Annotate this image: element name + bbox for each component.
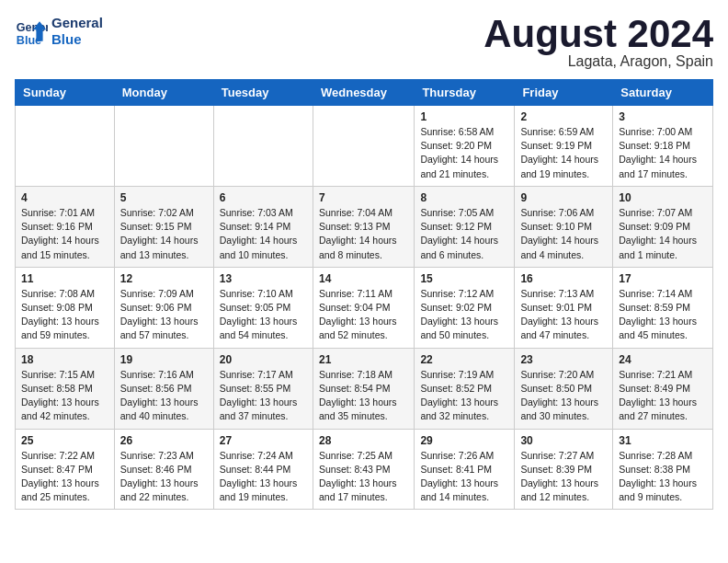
weekday-header-row: SundayMondayTuesdayWednesdayThursdayFrid…: [16, 80, 713, 106]
day-info: Sunrise: 7:06 AM Sunset: 9:10 PM Dayligh…: [520, 206, 607, 262]
calendar-cell: 30Sunrise: 7:27 AM Sunset: 8:39 PM Dayli…: [515, 429, 613, 510]
calendar-cell: 4Sunrise: 7:01 AM Sunset: 9:16 PM Daylig…: [16, 186, 115, 267]
logo-blue: Blue: [51, 31, 103, 48]
calendar-cell: 18Sunrise: 7:15 AM Sunset: 8:58 PM Dayli…: [16, 348, 115, 429]
calendar-cell: [213, 106, 313, 187]
calendar-cell: 21Sunrise: 7:18 AM Sunset: 8:54 PM Dayli…: [313, 348, 414, 429]
day-info: Sunrise: 7:07 AM Sunset: 9:09 PM Dayligh…: [619, 206, 707, 262]
day-number: 2: [520, 110, 607, 123]
week-row-5: 25Sunrise: 7:22 AM Sunset: 8:47 PM Dayli…: [16, 429, 713, 510]
day-number: 19: [120, 353, 208, 366]
calendar-cell: 24Sunrise: 7:21 AM Sunset: 8:49 PM Dayli…: [613, 348, 713, 429]
calendar-cell: 20Sunrise: 7:17 AM Sunset: 8:55 PM Dayli…: [213, 348, 313, 429]
logo-icon: General Blue: [15, 15, 48, 48]
day-info: Sunrise: 7:08 AM Sunset: 9:08 PM Dayligh…: [21, 287, 108, 343]
day-number: 25: [21, 434, 108, 447]
day-info: Sunrise: 7:24 AM Sunset: 8:44 PM Dayligh…: [220, 449, 307, 505]
day-info: Sunrise: 7:23 AM Sunset: 8:46 PM Dayligh…: [120, 449, 208, 505]
calendar-cell: [313, 106, 414, 187]
calendar-table: SundayMondayTuesdayWednesdayThursdayFrid…: [15, 79, 713, 510]
weekday-header-thursday: Thursday: [415, 80, 515, 106]
calendar-cell: 15Sunrise: 7:12 AM Sunset: 9:02 PM Dayli…: [415, 267, 515, 348]
day-info: Sunrise: 7:19 AM Sunset: 8:52 PM Dayligh…: [420, 368, 508, 424]
day-info: Sunrise: 7:01 AM Sunset: 9:16 PM Dayligh…: [21, 206, 108, 262]
calendar-cell: 2Sunrise: 6:59 AM Sunset: 9:19 PM Daylig…: [515, 106, 613, 187]
day-number: 18: [21, 353, 108, 366]
day-number: 15: [420, 272, 508, 285]
weekday-header-monday: Monday: [114, 80, 213, 106]
calendar-cell: 28Sunrise: 7:25 AM Sunset: 8:43 PM Dayli…: [313, 429, 414, 510]
location-title: Lagata, Aragon, Spain: [483, 53, 713, 70]
day-info: Sunrise: 7:22 AM Sunset: 8:47 PM Dayligh…: [21, 449, 108, 505]
day-number: 30: [520, 434, 607, 447]
calendar-cell: 17Sunrise: 7:14 AM Sunset: 8:59 PM Dayli…: [613, 267, 713, 348]
day-number: 5: [120, 191, 208, 204]
day-info: Sunrise: 7:00 AM Sunset: 9:18 PM Dayligh…: [619, 125, 707, 181]
calendar-cell: 16Sunrise: 7:13 AM Sunset: 9:01 PM Dayli…: [515, 267, 613, 348]
calendar-cell: 27Sunrise: 7:24 AM Sunset: 8:44 PM Dayli…: [213, 429, 313, 510]
day-info: Sunrise: 7:25 AM Sunset: 8:43 PM Dayligh…: [319, 449, 408, 505]
calendar-cell: 22Sunrise: 7:19 AM Sunset: 8:52 PM Dayli…: [415, 348, 515, 429]
day-info: Sunrise: 7:28 AM Sunset: 8:38 PM Dayligh…: [619, 449, 707, 505]
week-row-4: 18Sunrise: 7:15 AM Sunset: 8:58 PM Dayli…: [16, 348, 713, 429]
day-info: Sunrise: 6:58 AM Sunset: 9:20 PM Dayligh…: [420, 125, 508, 181]
calendar-cell: 8Sunrise: 7:05 AM Sunset: 9:12 PM Daylig…: [415, 186, 515, 267]
day-number: 31: [619, 434, 707, 447]
calendar-cell: 26Sunrise: 7:23 AM Sunset: 8:46 PM Dayli…: [114, 429, 213, 510]
calendar-cell: [114, 106, 213, 187]
calendar-cell: 29Sunrise: 7:26 AM Sunset: 8:41 PM Dayli…: [415, 429, 515, 510]
day-info: Sunrise: 7:12 AM Sunset: 9:02 PM Dayligh…: [420, 287, 508, 343]
header: General Blue General Blue August 2024 La…: [15, 15, 713, 70]
day-info: Sunrise: 6:59 AM Sunset: 9:19 PM Dayligh…: [520, 125, 607, 181]
logo-general: General: [51, 15, 103, 31]
weekday-header-tuesday: Tuesday: [213, 80, 313, 106]
day-number: 24: [619, 353, 707, 366]
logo: General Blue General Blue: [15, 15, 103, 48]
week-row-2: 4Sunrise: 7:01 AM Sunset: 9:16 PM Daylig…: [16, 186, 713, 267]
day-number: 16: [520, 272, 607, 285]
day-info: Sunrise: 7:14 AM Sunset: 8:59 PM Dayligh…: [619, 287, 707, 343]
day-info: Sunrise: 7:11 AM Sunset: 9:04 PM Dayligh…: [319, 287, 408, 343]
calendar-cell: 10Sunrise: 7:07 AM Sunset: 9:09 PM Dayli…: [613, 186, 713, 267]
day-info: Sunrise: 7:09 AM Sunset: 9:06 PM Dayligh…: [120, 287, 208, 343]
day-number: 10: [619, 191, 707, 204]
day-number: 17: [619, 272, 707, 285]
calendar-cell: 5Sunrise: 7:02 AM Sunset: 9:15 PM Daylig…: [114, 186, 213, 267]
calendar-cell: 11Sunrise: 7:08 AM Sunset: 9:08 PM Dayli…: [16, 267, 115, 348]
day-info: Sunrise: 7:18 AM Sunset: 8:54 PM Dayligh…: [319, 368, 408, 424]
day-number: 14: [319, 272, 408, 285]
calendar-cell: 14Sunrise: 7:11 AM Sunset: 9:04 PM Dayli…: [313, 267, 414, 348]
calendar-cell: 3Sunrise: 7:00 AM Sunset: 9:18 PM Daylig…: [613, 106, 713, 187]
calendar-cell: 1Sunrise: 6:58 AM Sunset: 9:20 PM Daylig…: [415, 106, 515, 187]
day-number: 22: [420, 353, 508, 366]
day-number: 8: [420, 191, 508, 204]
calendar-cell: 23Sunrise: 7:20 AM Sunset: 8:50 PM Dayli…: [515, 348, 613, 429]
day-info: Sunrise: 7:13 AM Sunset: 9:01 PM Dayligh…: [520, 287, 607, 343]
calendar-cell: 7Sunrise: 7:04 AM Sunset: 9:13 PM Daylig…: [313, 186, 414, 267]
day-info: Sunrise: 7:27 AM Sunset: 8:39 PM Dayligh…: [520, 449, 607, 505]
calendar-cell: 6Sunrise: 7:03 AM Sunset: 9:14 PM Daylig…: [213, 186, 313, 267]
day-info: Sunrise: 7:03 AM Sunset: 9:14 PM Dayligh…: [220, 206, 307, 262]
day-number: 29: [420, 434, 508, 447]
day-number: 1: [420, 110, 508, 123]
day-number: 13: [220, 272, 307, 285]
day-info: Sunrise: 7:20 AM Sunset: 8:50 PM Dayligh…: [520, 368, 607, 424]
day-number: 12: [120, 272, 208, 285]
day-number: 6: [220, 191, 307, 204]
day-number: 4: [21, 191, 108, 204]
day-number: 28: [319, 434, 408, 447]
day-number: 23: [520, 353, 607, 366]
day-number: 3: [619, 110, 707, 123]
calendar-cell: 12Sunrise: 7:09 AM Sunset: 9:06 PM Dayli…: [114, 267, 213, 348]
day-number: 27: [220, 434, 307, 447]
weekday-header-saturday: Saturday: [613, 80, 713, 106]
day-info: Sunrise: 7:10 AM Sunset: 9:05 PM Dayligh…: [220, 287, 307, 343]
weekday-header-sunday: Sunday: [16, 80, 115, 106]
calendar-cell: 19Sunrise: 7:16 AM Sunset: 8:56 PM Dayli…: [114, 348, 213, 429]
title-area: August 2024 Lagata, Aragon, Spain: [483, 15, 713, 70]
month-title: August 2024: [483, 15, 713, 53]
day-info: Sunrise: 7:16 AM Sunset: 8:56 PM Dayligh…: [120, 368, 208, 424]
day-number: 20: [220, 353, 307, 366]
calendar-cell: 13Sunrise: 7:10 AM Sunset: 9:05 PM Dayli…: [213, 267, 313, 348]
weekday-header-friday: Friday: [515, 80, 613, 106]
